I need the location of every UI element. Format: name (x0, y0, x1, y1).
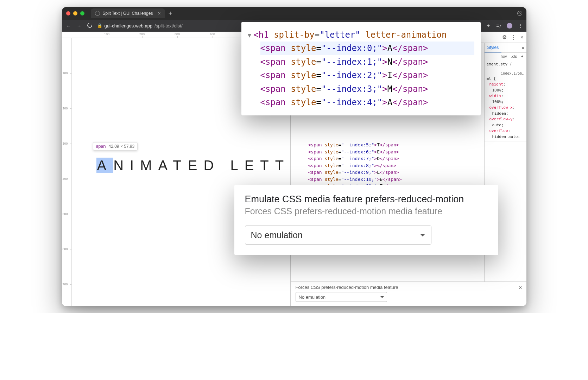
kebab-menu-icon[interactable]: ⋮ (511, 34, 516, 40)
window-controls (66, 11, 84, 15)
favicon-icon (95, 11, 100, 16)
tooltip-tag: span (96, 144, 106, 149)
close-devtools-icon[interactable]: × (520, 34, 524, 40)
css-declaration[interactable]: width:100%; (487, 93, 524, 105)
dom-node[interactable]: <span style="--index:7;">D</span> (308, 155, 484, 162)
styles-tabs: Styles » (485, 43, 526, 53)
hov-toggle[interactable]: hov (499, 54, 508, 59)
emulation-zoom-overlay: Emulate CSS media feature prefers-reduce… (234, 185, 498, 255)
extensions-puzzle-icon[interactable]: ✦ (486, 23, 491, 28)
drawer-label: Forces CSS prefers-reduced-motion media … (296, 285, 521, 290)
settings-icon[interactable]: ⚙ (502, 34, 507, 40)
ruler-vertical: 100200300400500600700800 (62, 38, 72, 306)
styles-tools: hov .cls + (485, 53, 526, 60)
reload-button[interactable] (87, 23, 93, 29)
new-rule-button[interactable]: + (520, 54, 525, 59)
reading-list-icon[interactable]: ≡♪ (496, 23, 502, 28)
element-tooltip: span 42.09 × 57.93 (93, 142, 138, 151)
source-link[interactable]: index.175b… (487, 71, 524, 76)
dom-node[interactable]: <span style="--index:8;"></span> (308, 162, 484, 169)
emulation-select[interactable]: No emulation (245, 226, 431, 245)
dom-zoom-overlay: ▼<h1 split-by="letter" letter-animation<… (241, 22, 481, 115)
forward-button[interactable] (76, 23, 82, 28)
close-icon[interactable] (66, 11, 70, 15)
style-rule[interactable]: ement.sty { (485, 60, 526, 69)
titlebar: Split Text | GUI Challenges × + (62, 7, 526, 20)
dom-node[interactable]: <span style="--index:9;">L</span> (308, 169, 484, 176)
menu-icon[interactable]: ⋮ (517, 23, 523, 28)
tab-close-icon[interactable]: × (158, 11, 160, 16)
cls-toggle[interactable]: .cls (510, 54, 519, 59)
maximize-icon[interactable] (80, 11, 84, 15)
tab-styles[interactable]: Styles (485, 43, 502, 52)
rendering-drawer: × Forces CSS prefers-reduced-motion medi… (291, 281, 526, 306)
css-declaration[interactable]: overflow-y:auto; (487, 116, 524, 128)
dom-node[interactable]: <span style="--index:10;">E</span> (308, 176, 484, 183)
drawer-close-icon[interactable]: × (519, 285, 522, 291)
emulation-select-small[interactable]: No emulation (296, 292, 387, 302)
new-tab-button[interactable]: + (169, 10, 172, 17)
css-declaration[interactable]: overflow-x:hidden; (487, 105, 524, 116)
emulation-sub: Forces CSS prefers-reduced-motion media … (245, 206, 488, 216)
dom-node[interactable]: <span style="--index:5;">T</span> (308, 141, 484, 148)
lock-icon: 🔒 (97, 23, 102, 28)
profile-avatar-icon[interactable] (507, 23, 512, 28)
emulation-title: Emulate CSS media feature prefers-reduce… (245, 194, 488, 205)
back-button[interactable] (65, 23, 72, 28)
css-declaration[interactable]: height:100%; (487, 82, 524, 93)
browser-window: Split Text | GUI Challenges × + 🔒 gui-ch… (62, 7, 526, 306)
tab-strip: Split Text | GUI Challenges × + (91, 8, 511, 18)
account-icon[interactable] (517, 11, 522, 16)
animated-heading[interactable]: ANIMATED LETTERS (96, 158, 291, 173)
css-declaration[interactable]: overflow:hidden auto; (487, 128, 524, 140)
tooltip-dimensions: 42.09 × 57.93 (109, 144, 135, 149)
dom-node[interactable]: <span style="--index:6;">E</span> (308, 148, 484, 156)
style-rule[interactable]: index.175b… ml { height:100%;width:100%;… (485, 69, 526, 142)
browser-tab[interactable]: Split Text | GUI Challenges × (91, 8, 165, 18)
url-path: /split-text/dist/ (154, 23, 182, 28)
minimize-icon[interactable] (73, 11, 77, 15)
url-host: gui-challenges.web.app (105, 23, 153, 28)
styles-overflow-icon[interactable]: » (520, 45, 526, 50)
tab-title: Split Text | GUI Challenges (103, 11, 153, 16)
